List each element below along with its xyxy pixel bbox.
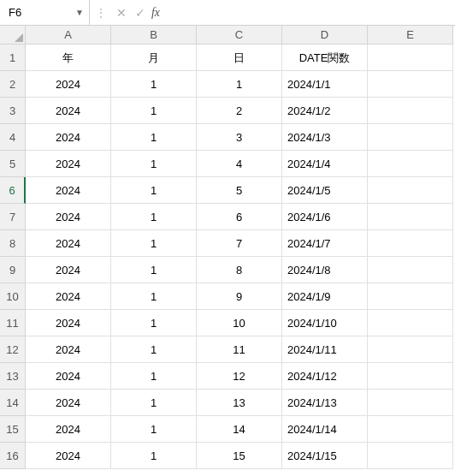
cell[interactable] (368, 336, 453, 363)
cell[interactable]: 2024 (26, 230, 111, 257)
cell[interactable]: 2024/1/11 (282, 336, 368, 363)
cell[interactable]: 2024/1/9 (282, 283, 368, 310)
cell[interactable]: 13 (197, 390, 282, 416)
cell[interactable]: 1 (111, 71, 197, 98)
cell[interactable] (368, 151, 453, 177)
row-header[interactable]: 4 (0, 124, 26, 151)
cell[interactable]: 1 (111, 151, 197, 177)
cell[interactable]: 1 (111, 363, 197, 390)
cell[interactable]: 12 (197, 363, 282, 390)
row-header[interactable]: 2 (0, 71, 26, 98)
col-header[interactable]: C (197, 26, 282, 45)
cell[interactable] (368, 443, 453, 469)
cell[interactable]: 2024/1/7 (282, 230, 368, 257)
cell[interactable]: 2024 (26, 416, 111, 443)
cell[interactable]: 2024/1/4 (282, 151, 368, 177)
cell[interactable]: 2024/1/12 (282, 363, 368, 390)
cell[interactable]: 1 (111, 257, 197, 283)
cell[interactable]: 2024/1/5 (282, 177, 368, 204)
col-header[interactable]: D (282, 26, 368, 45)
row-header[interactable]: 14 (0, 390, 26, 416)
cell[interactable]: 1 (111, 98, 197, 124)
cell[interactable] (368, 204, 453, 230)
cell[interactable]: 11 (197, 336, 282, 363)
col-header[interactable]: B (111, 26, 197, 45)
cell[interactable]: 1 (111, 204, 197, 230)
cell[interactable]: 1 (111, 177, 197, 204)
row-header[interactable]: 11 (0, 310, 26, 336)
cell[interactable] (368, 45, 453, 71)
cell[interactable]: 2024 (26, 204, 111, 230)
row-header[interactable]: 3 (0, 98, 26, 124)
cell[interactable]: 1 (111, 336, 197, 363)
row-header[interactable]: 8 (0, 230, 26, 257)
select-all-corner[interactable] (0, 26, 26, 45)
cell[interactable]: 2024 (26, 310, 111, 336)
cell[interactable]: 2024 (26, 151, 111, 177)
cell[interactable]: 2024/1/2 (282, 98, 368, 124)
cell[interactable] (368, 416, 453, 443)
cell[interactable]: 2024/1/15 (282, 443, 368, 469)
cell[interactable]: 2024 (26, 443, 111, 469)
cell[interactable] (368, 310, 453, 336)
cell[interactable]: 2024/1/14 (282, 416, 368, 443)
cell[interactable] (368, 230, 453, 257)
cell[interactable] (368, 124, 453, 151)
cell[interactable]: 1 (111, 310, 197, 336)
cell[interactable]: 1 (111, 443, 197, 469)
name-box[interactable] (5, 4, 72, 21)
row-header[interactable]: 16 (0, 443, 26, 469)
chevron-down-icon[interactable]: ▼ (72, 8, 87, 17)
cell[interactable]: 2024/1/13 (282, 390, 368, 416)
cell[interactable]: 2024 (26, 124, 111, 151)
cell[interactable]: 月 (111, 45, 197, 71)
cell[interactable]: 2024/1/6 (282, 204, 368, 230)
check-icon[interactable]: ✓ (131, 6, 150, 20)
cell[interactable]: 1 (111, 124, 197, 151)
cell[interactable]: 9 (197, 283, 282, 310)
cell[interactable]: 1 (111, 230, 197, 257)
cell[interactable]: 2024 (26, 71, 111, 98)
cell[interactable] (368, 390, 453, 416)
cancel-icon[interactable]: ✕ (112, 6, 131, 20)
row-header[interactable]: 13 (0, 363, 26, 390)
cell[interactable]: 1 (111, 390, 197, 416)
cell[interactable]: 2024/1/3 (282, 124, 368, 151)
cell[interactable]: 1 (111, 283, 197, 310)
cell[interactable]: 2024/1/10 (282, 310, 368, 336)
cell[interactable]: 3 (197, 124, 282, 151)
cell[interactable]: 6 (197, 204, 282, 230)
cell[interactable]: 4 (197, 151, 282, 177)
cell[interactable] (368, 177, 453, 204)
cell[interactable] (368, 257, 453, 283)
col-header[interactable]: E (368, 26, 453, 45)
cell[interactable]: 2024 (26, 283, 111, 310)
cell[interactable]: 2024/1/1 (282, 71, 368, 98)
cell[interactable]: 1 (111, 416, 197, 443)
cell[interactable]: 2024 (26, 336, 111, 363)
cell[interactable]: 14 (197, 416, 282, 443)
cell[interactable]: 日 (197, 45, 282, 71)
cell[interactable] (368, 98, 453, 124)
cell[interactable]: 2024 (26, 363, 111, 390)
cell[interactable]: 1 (197, 71, 282, 98)
row-header[interactable]: 15 (0, 416, 26, 443)
cell[interactable]: 2024/1/8 (282, 257, 368, 283)
cell[interactable]: 2 (197, 98, 282, 124)
row-header[interactable]: 12 (0, 336, 26, 363)
col-header[interactable]: A (26, 26, 111, 45)
row-header[interactable]: 1 (0, 45, 26, 71)
cell[interactable]: 5 (197, 177, 282, 204)
row-header[interactable]: 5 (0, 151, 26, 177)
cell[interactable] (368, 283, 453, 310)
row-header[interactable]: 10 (0, 283, 26, 310)
cell[interactable]: 8 (197, 257, 282, 283)
cell[interactable]: 15 (197, 443, 282, 469)
cell[interactable] (368, 71, 453, 98)
cell[interactable]: 2024 (26, 390, 111, 416)
cell[interactable]: 2024 (26, 177, 111, 204)
formula-input[interactable] (165, 0, 455, 25)
cell[interactable]: 年 (26, 45, 111, 71)
cell[interactable]: 2024 (26, 257, 111, 283)
row-header[interactable]: 7 (0, 204, 26, 230)
